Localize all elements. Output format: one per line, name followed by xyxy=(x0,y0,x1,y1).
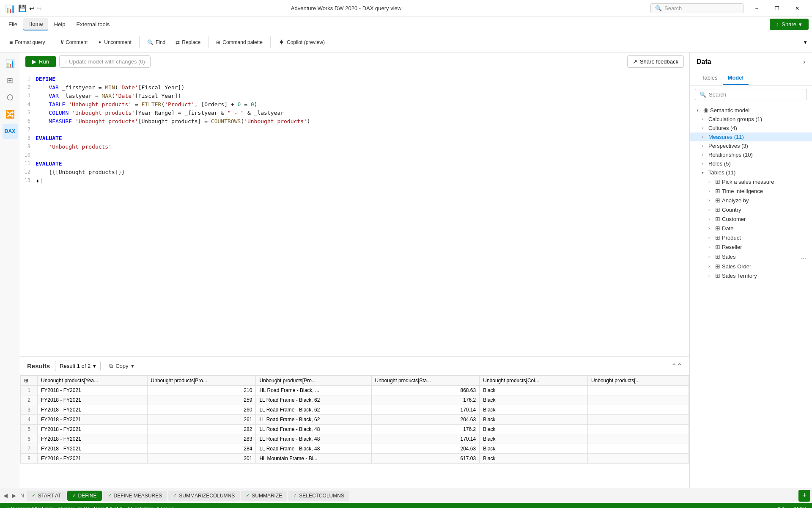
code-editor[interactable]: 1 DEFINE 2 VAR _firstyear = MIN('Date'[F… xyxy=(20,71,689,356)
tree-item-semantic-model[interactable]: ▾ ◉ Semantic model xyxy=(690,105,812,115)
uncomment-label: Uncomment xyxy=(104,39,132,45)
close-button[interactable]: ✕ xyxy=(787,2,807,15)
replace-button[interactable]: ⇄ Replace xyxy=(171,37,205,47)
tree-item-measures[interactable]: › Measures (11) xyxy=(690,133,812,141)
collapse-results-button[interactable]: ⌃⌃ xyxy=(671,362,682,370)
sales-more-options-icon[interactable]: … xyxy=(800,253,807,260)
right-panel-header: Data › xyxy=(690,52,812,71)
share-feedback-button[interactable]: ↗ Share feedback xyxy=(627,55,684,68)
menu-file[interactable]: File xyxy=(3,19,22,30)
copy-button[interactable]: ⧉ Copy ▾ xyxy=(106,361,137,371)
share-chevron-icon: ▾ xyxy=(799,21,802,28)
menu-home[interactable]: Home xyxy=(23,18,48,30)
tree-item-perspectives[interactable]: › Perspectives (3) xyxy=(690,141,812,150)
format-query-icon: ≡ xyxy=(9,39,13,46)
tab-define-measures[interactable]: ✓ DEFINE MEASURES xyxy=(103,491,167,501)
toolbar-expand-icon[interactable]: ▾ xyxy=(804,39,807,45)
cell-extra xyxy=(587,434,689,444)
cell-color: Black xyxy=(480,444,588,454)
expand-panel-button[interactable]: › xyxy=(803,58,805,65)
tree-item-roles[interactable]: › Roles (5) xyxy=(690,159,812,168)
sidebar-icon-dax[interactable]: DAX xyxy=(3,124,18,139)
share-icon: ↑ xyxy=(776,21,779,28)
main-layout: 📊 ⊞ ⬡ 🔀 DAX ▶ Run ↑ Update model with ch… xyxy=(0,52,812,488)
chevron-right-icon: › xyxy=(708,245,713,249)
cell-product-name: LL Road Frame - Black, 48 xyxy=(256,434,371,444)
menu-help[interactable]: Help xyxy=(49,19,71,30)
comment-button[interactable]: // Comment xyxy=(57,37,92,47)
tree-item-product[interactable]: › ⊞ Product xyxy=(690,233,812,242)
status-query: Query 5 of 10 xyxy=(58,506,89,508)
share-button[interactable]: ↑ Share ▾ xyxy=(770,19,809,30)
redo-icon[interactable]: ↪ xyxy=(37,5,42,12)
add-tab-button[interactable]: + xyxy=(798,490,810,502)
code-line-11: 11 EVALUATE xyxy=(20,159,689,168)
tree-item-sales[interactable]: › ⊞ Sales … xyxy=(690,251,812,262)
result-selector[interactable]: Result 1 of 2 ▾ xyxy=(55,361,101,371)
sidebar-icon-data[interactable]: 🔀 xyxy=(3,107,18,122)
chevron-right-icon: › xyxy=(702,117,707,121)
col-header-5: Unbought products[Col... xyxy=(480,376,588,386)
sidebar-icon-table[interactable]: ⊞ xyxy=(3,73,18,88)
tree-item-tables[interactable]: ▾ Tables (11) xyxy=(690,168,812,177)
sidebar-icon-report[interactable]: 📊 xyxy=(3,56,18,71)
save-icon[interactable]: 💾 xyxy=(18,4,27,12)
restore-button[interactable]: ❐ xyxy=(767,2,787,15)
tree-item-calc-groups[interactable]: › Calculation groups (1) xyxy=(690,115,812,124)
right-panel-title: Data xyxy=(697,58,711,66)
titlebar-search-box[interactable]: 🔍 Search xyxy=(650,3,743,13)
tab-summarizecolumns[interactable]: ✓ SUMMARIZECOLUMNS xyxy=(168,491,240,501)
tab-summarize[interactable]: ✓ SUMMARIZE xyxy=(241,491,287,501)
format-query-button[interactable]: ≡ Format query xyxy=(5,37,49,48)
data-tree: ▾ ◉ Semantic model › Calculation groups … xyxy=(690,104,812,488)
tree-item-sales-order[interactable]: › ⊞ Sales Order xyxy=(690,262,812,271)
run-button[interactable]: ▶ Run xyxy=(25,56,56,67)
tree-item-date[interactable]: › ⊞ Date xyxy=(690,224,812,233)
tree-item-pick-sales[interactable]: › ⊞ Pick a sales measure xyxy=(690,177,812,186)
tab-define[interactable]: ✓ DEFINE xyxy=(67,491,102,501)
right-panel-search-box[interactable]: 🔍 xyxy=(695,89,807,100)
tree-item-relationships[interactable]: › Relationships (10) xyxy=(690,150,812,159)
minimize-button[interactable]: − xyxy=(747,2,766,15)
row-num-cell: 3 xyxy=(21,405,38,415)
cell-color: Black xyxy=(480,395,588,405)
tree-item-cultures[interactable]: › Cultures (4) xyxy=(690,124,812,133)
tabbar-nav-next[interactable]: ▶ xyxy=(10,492,18,499)
code-line-5: 5 COLUMN 'Unbought products'[Year Range]… xyxy=(20,108,689,117)
tree-item-customer[interactable]: › ⊞ Customer xyxy=(690,214,812,224)
table-view-icon: ⊞ xyxy=(7,76,13,85)
sales-label: Sales xyxy=(722,254,798,260)
search-icon: 🔍 xyxy=(655,5,662,11)
command-palette-label: Command palette xyxy=(222,39,263,45)
command-palette-button[interactable]: ⊞ Command palette xyxy=(212,37,267,47)
chevron-right-icon: › xyxy=(702,152,707,157)
product-label: Product xyxy=(722,235,807,241)
sidebar-icon-model[interactable]: ⬡ xyxy=(3,90,18,105)
zoom-plus-icon[interactable]: + xyxy=(787,506,790,508)
run-icon: ▶ xyxy=(32,58,36,65)
tree-item-country[interactable]: › ⊞ Country xyxy=(690,205,812,214)
zoom-slider[interactable]: ||||| xyxy=(778,506,785,508)
tab-summarizecolumns-label: SUMMARIZECOLUMNS xyxy=(179,493,235,499)
results-table-wrap[interactable]: ⊞ Unbought products[Yea... Unbought prod… xyxy=(20,375,689,488)
tree-item-reseller[interactable]: › ⊞ Reseller xyxy=(690,242,812,251)
tab-tables[interactable]: Tables xyxy=(697,71,723,85)
tabbar-nav-prev[interactable]: ◀ xyxy=(2,492,9,499)
right-panel-search-input[interactable] xyxy=(709,91,802,98)
tab-selectcolumns[interactable]: ✓ SELECTCOLUMNS xyxy=(288,491,349,501)
tree-item-time-intelligence[interactable]: › ⊞ Time intelligence xyxy=(690,186,812,196)
copilot-button[interactable]: ✦ Copilot (preview) xyxy=(274,36,329,49)
result-selector-chevron-icon: ▾ xyxy=(93,363,96,369)
zoom-minus-icon[interactable]: − xyxy=(771,506,774,508)
uncomment-button[interactable]: ✦ Uncomment xyxy=(93,37,136,47)
tree-item-sales-territory[interactable]: › ⊞ Sales Territory xyxy=(690,271,812,280)
tabbar-nav-n[interactable]: N xyxy=(19,492,26,499)
tree-item-analyze-by[interactable]: › ⊞ Analyze by xyxy=(690,196,812,205)
cell-year-range: FY2018 - FY2021 xyxy=(38,434,148,444)
code-line-10: 10 xyxy=(20,151,689,159)
undo-icon[interactable]: ↩ xyxy=(29,5,34,12)
find-button[interactable]: 🔍 Find xyxy=(143,37,170,47)
tab-start-at[interactable]: ✓ START AT xyxy=(27,491,66,501)
menu-external-tools[interactable]: External tools xyxy=(71,19,115,30)
tab-model[interactable]: Model xyxy=(723,71,749,85)
